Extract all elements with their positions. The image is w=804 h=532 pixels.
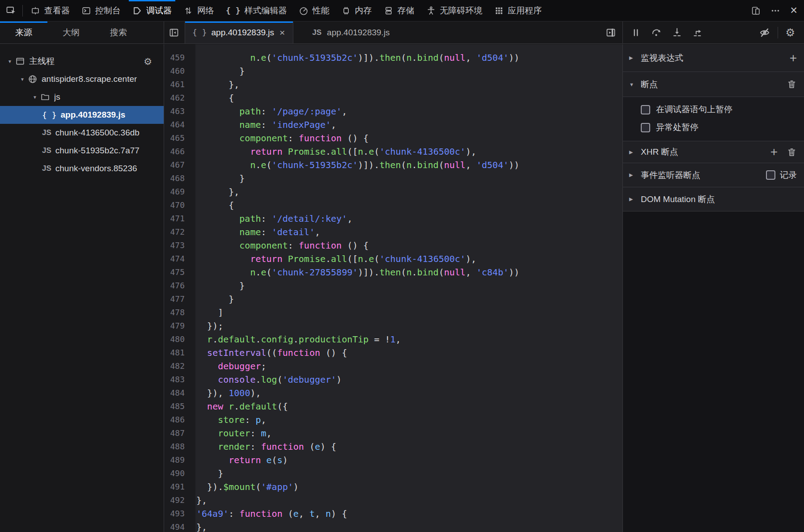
- ignore-source-button[interactable]: [754, 21, 775, 43]
- line-number[interactable]: 481: [164, 346, 190, 359]
- panel-tab-搜索[interactable]: 搜索: [95, 21, 142, 43]
- line-number[interactable]: 482: [164, 359, 190, 373]
- tree-item-antispider8.scrape.center[interactable]: ▼antispider8.scrape.center: [0, 70, 164, 88]
- step-over-button[interactable]: [646, 21, 667, 43]
- chevron-right-icon[interactable]: ▶: [629, 55, 641, 61]
- inspector-icon: [30, 6, 40, 16]
- pause-option-checkbox[interactable]: [641, 105, 650, 114]
- line-number[interactable]: 484: [164, 386, 190, 400]
- chevron-right-icon[interactable]: ▶: [629, 172, 641, 178]
- line-number[interactable]: 486: [164, 413, 190, 426]
- close-tab-icon[interactable]: ×: [279, 26, 286, 39]
- settings-button[interactable]: ⚙: [781, 21, 800, 43]
- toolbox-tab-console[interactable]: 控制台: [76, 0, 127, 21]
- line-number[interactable]: 459: [164, 51, 190, 64]
- toolbox-tab-memory[interactable]: 内存: [335, 0, 378, 21]
- section-header-xhr-breakpoints[interactable]: ▶XHR 断点+: [623, 141, 804, 163]
- toolbox-tab-style-editor[interactable]: { }样式编辑器: [220, 0, 293, 21]
- pause-option-checkbox[interactable]: [641, 123, 650, 132]
- tree-item-chunk-4136500c.36db[interactable]: JSchunk-4136500c.36db: [0, 124, 164, 142]
- line-number[interactable]: 468: [164, 172, 190, 185]
- line-number[interactable]: 466: [164, 145, 190, 158]
- expand-panes-button[interactable]: [601, 21, 621, 43]
- step-in-button[interactable]: [667, 21, 687, 43]
- line-number[interactable]: 470: [164, 198, 190, 212]
- breakpoint-option[interactable]: 在调试器语句上暂停: [623, 101, 804, 118]
- remove-breakpoints-button[interactable]: [786, 78, 798, 90]
- add-xhr-breakpoint-button[interactable]: +: [770, 145, 779, 159]
- chevron-right-icon[interactable]: ▶: [629, 149, 641, 155]
- line-number[interactable]: 476: [164, 279, 190, 292]
- panel-tab-大纲[interactable]: 大纲: [47, 21, 95, 43]
- toolbox-tab-application[interactable]: 应用程序: [488, 0, 548, 21]
- add-watch-button[interactable]: +: [789, 51, 798, 65]
- line-number[interactable]: 494: [164, 520, 190, 532]
- line-number[interactable]: 464: [164, 118, 190, 131]
- remove-xhr-breakpoints-button[interactable]: [786, 146, 798, 158]
- toolbox-tab-inspector[interactable]: 查看器: [25, 0, 76, 21]
- line-number[interactable]: 479: [164, 319, 190, 333]
- line-number[interactable]: 473: [164, 239, 190, 252]
- close-button[interactable]: ×: [787, 3, 800, 18]
- line-number[interactable]: 487: [164, 426, 190, 440]
- thread-settings-button[interactable]: ⚙: [144, 57, 152, 66]
- line-number[interactable]: 465: [164, 131, 190, 145]
- line-number[interactable]: 467: [164, 158, 190, 172]
- toolbox-tab-storage[interactable]: 存储: [378, 0, 420, 21]
- line-number[interactable]: 471: [164, 212, 190, 225]
- collapse-sources-pane-button[interactable]: [164, 21, 184, 43]
- code-text: }).$mount('#app'): [190, 480, 299, 494]
- responsive-button[interactable]: [748, 4, 764, 17]
- line-number[interactable]: 474: [164, 252, 190, 266]
- line-number[interactable]: 493: [164, 507, 190, 520]
- section-header-dom-mutation-breakpoints[interactable]: ▶DOM Mutation 断点: [623, 187, 804, 211]
- file-tab[interactable]: { } app.40192839.js ×: [185, 21, 293, 43]
- section-header-watch[interactable]: ▶监视表达式+: [623, 44, 804, 72]
- tree-item-chunk-51935b2c.7a77[interactable]: JSchunk-51935b2c.7a77: [0, 142, 164, 160]
- log-events-toggle[interactable]: 记录: [766, 169, 798, 181]
- menu-button[interactable]: [767, 4, 783, 17]
- tree-item-js[interactable]: ▼js: [0, 88, 164, 106]
- line-number[interactable]: 472: [164, 225, 190, 239]
- chevron-right-icon[interactable]: ▶: [629, 196, 641, 202]
- line-number[interactable]: 477: [164, 292, 190, 306]
- line-number[interactable]: 483: [164, 373, 190, 386]
- tree-item-主线程[interactable]: ▼主线程⚙: [0, 52, 164, 70]
- toolbox-tab-accessibility[interactable]: 无障碍环境: [420, 0, 488, 21]
- code-text: }: [190, 467, 223, 480]
- line-number[interactable]: 490: [164, 467, 190, 480]
- tree-item-app.40192839.js[interactable]: { }app.40192839.js: [0, 106, 164, 124]
- line-number[interactable]: 475: [164, 266, 190, 279]
- line-number[interactable]: 491: [164, 480, 190, 494]
- log-events-checkbox[interactable]: [766, 170, 775, 180]
- toolbox-tab-debugger[interactable]: 调试器: [127, 0, 178, 21]
- code-text: '64a9': function (e, t, n) {: [190, 507, 347, 520]
- step-out-button[interactable]: [687, 21, 708, 43]
- collapse-panes-icon: [169, 27, 179, 38]
- line-number[interactable]: 462: [164, 91, 190, 105]
- line-number[interactable]: 489: [164, 453, 190, 467]
- pause-button[interactable]: [626, 21, 646, 43]
- line-number[interactable]: 461: [164, 78, 190, 91]
- chevron-down-icon[interactable]: ▼: [4, 59, 15, 64]
- toolbox-tab-network[interactable]: 网络: [178, 0, 220, 21]
- breakpoint-option[interactable]: 异常处暂停: [623, 118, 804, 136]
- line-number[interactable]: 469: [164, 185, 190, 198]
- line-number[interactable]: 480: [164, 333, 190, 346]
- line-number[interactable]: 478: [164, 306, 190, 319]
- toolbox-tab-performance[interactable]: 性能: [293, 0, 335, 21]
- line-number[interactable]: 485: [164, 400, 190, 413]
- panel-tab-来源[interactable]: 来源: [0, 21, 47, 43]
- chevron-down-icon[interactable]: ▼: [30, 95, 40, 100]
- line-number[interactable]: 463: [164, 105, 190, 118]
- line-number[interactable]: 488: [164, 440, 190, 453]
- chevron-down-icon[interactable]: ▼: [17, 77, 28, 82]
- tree-item-chunk-vendors.85236[interactable]: JSchunk-vendors.85236: [0, 160, 164, 177]
- section-header-event-listener-breakpoints[interactable]: ▶事件监听器断点记录: [623, 163, 804, 187]
- chevron-down-icon[interactable]: ▼: [629, 82, 641, 87]
- pick-element-button[interactable]: [0, 0, 22, 21]
- source-breadcrumb[interactable]: JS app.40192839.js: [312, 21, 389, 43]
- section-header-breakpoints[interactable]: ▼断点: [623, 72, 804, 97]
- line-number[interactable]: 460: [164, 64, 190, 78]
- line-number[interactable]: 492: [164, 494, 190, 507]
